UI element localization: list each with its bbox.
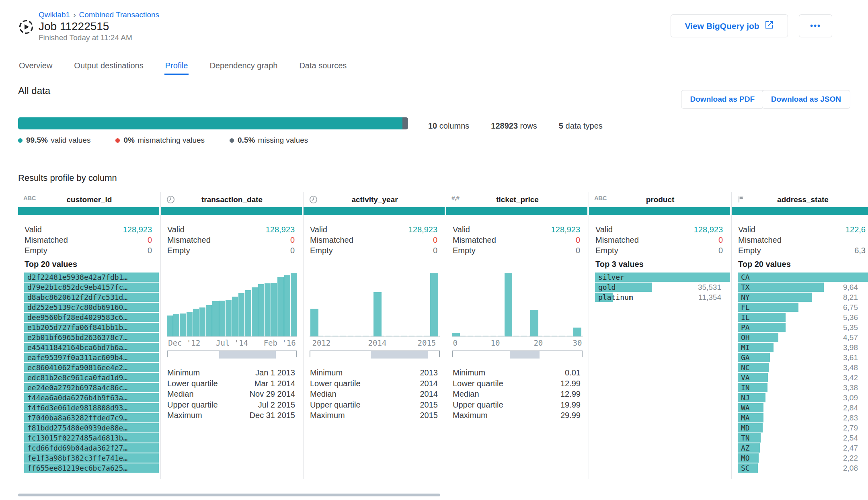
value-row[interactable]: NY8,21 <box>738 293 868 302</box>
slider-brush[interactable] <box>371 351 428 359</box>
value-row[interactable]: VA3,42 <box>738 373 868 382</box>
value-row[interactable]: IL5,36 <box>738 313 868 322</box>
histogram-bar[interactable] <box>291 273 297 336</box>
value-row[interactable]: PA5,35 <box>738 323 868 332</box>
histogram-bar[interactable] <box>310 309 318 336</box>
download-json-button[interactable]: Download as JSON <box>762 90 850 109</box>
value-row[interactable]: platinum11,354 <box>595 293 730 302</box>
value-row[interactable]: IN3,38 <box>738 383 868 392</box>
value-row[interactable]: MO2,22 <box>738 453 868 463</box>
value-row[interactable]: eafe95397f0a311ac609b4… <box>24 353 159 362</box>
histogram-bar[interactable] <box>252 287 258 336</box>
value-row[interactable]: TN2,54 <box>738 433 868 443</box>
range-slider[interactable] <box>310 350 440 360</box>
value-row[interactable]: gold35,531 <box>595 283 730 292</box>
dataset-stat-rows: 128923 rows <box>491 121 537 131</box>
value-row[interactable]: NC3,48 <box>738 363 868 372</box>
value-row[interactable]: e2b01bf6965bd2636378c7… <box>24 333 159 342</box>
tab-data-sources[interactable]: Data sources <box>298 56 347 75</box>
view-bigquery-job-button[interactable]: View BigQuery job <box>671 14 788 37</box>
value-row[interactable]: NJ3,09 <box>738 393 868 402</box>
histogram-bar[interactable] <box>232 297 238 336</box>
value-row[interactable]: e45411842164bca6bd7b6a… <box>24 343 159 352</box>
more-actions-button[interactable]: ••• <box>799 14 832 37</box>
tab-bar: OverviewOutput destinationsProfileDepend… <box>0 56 868 75</box>
histogram-bar[interactable] <box>226 300 232 336</box>
stat-row-valid: Valid128,923 <box>167 224 295 235</box>
value-row[interactable]: TX9,64 <box>738 283 868 292</box>
tab-overview[interactable]: Overview <box>18 56 53 75</box>
legend-item: 0.5% missing values <box>230 136 308 145</box>
value-row[interactable]: CA <box>738 273 868 282</box>
tab-profile[interactable]: Profile <box>164 56 189 75</box>
value-row[interactable]: d2f22481e5938e42a7fdb1… <box>24 273 159 282</box>
download-pdf-button[interactable]: Download as PDF <box>681 90 764 109</box>
histogram-bar[interactable] <box>245 290 251 336</box>
histogram-bar[interactable] <box>277 277 283 336</box>
value-row[interactable]: MA2,83 <box>738 413 868 422</box>
value-row[interactable]: d79e2b1c852dc9eb4157fc… <box>24 283 159 292</box>
value-row[interactable]: f81bdd275480e0939de88e… <box>24 423 159 432</box>
value-row[interactable]: GA3,61 <box>738 353 868 362</box>
histogram-bar[interactable] <box>199 307 205 336</box>
value-count: 3,98 <box>843 343 858 352</box>
histogram-bar[interactable] <box>271 283 277 336</box>
histogram-bar[interactable] <box>187 312 193 336</box>
range-slider[interactable] <box>452 350 583 360</box>
histogram-bar[interactable] <box>265 283 271 336</box>
tab-dependency-graph[interactable]: Dependency graph <box>209 56 278 75</box>
value-row[interactable]: WA2,84 <box>738 403 868 412</box>
histogram-bar[interactable] <box>530 310 538 336</box>
histogram-bar[interactable] <box>238 293 244 336</box>
summary-stat-row: MedianNov 29 2014 <box>167 389 295 400</box>
histogram-bar[interactable] <box>206 305 212 337</box>
value-row[interactable]: OH4,57 <box>738 333 868 342</box>
tab-output-destinations[interactable]: Output destinations <box>73 56 144 75</box>
value-row[interactable]: fcd66fdd69b04ada362f27… <box>24 443 159 453</box>
histogram-bar[interactable] <box>180 314 186 336</box>
value-row[interactable]: ff655ee81219ec6bc7a625… <box>24 463 159 473</box>
value-row[interactable]: ec86041062fa90816ee4e2… <box>24 363 159 372</box>
slider-brush[interactable] <box>510 351 540 359</box>
value-row[interactable]: f4f6d3e061de9818808d93… <box>24 403 159 412</box>
histogram-bar[interactable] <box>212 301 218 336</box>
histogram-bar[interactable] <box>505 273 512 336</box>
value-row[interactable]: fe1f3a98bf382c3ffe741e… <box>24 453 159 463</box>
value-label: platinum <box>598 293 633 301</box>
value-label: IN <box>741 383 750 392</box>
value-row[interactable]: ee24e0a2792b6978a4c86c… <box>24 383 159 392</box>
value-row[interactable]: AZ2,47 <box>738 443 868 453</box>
value-row[interactable]: d8abc8620612f2df7c531d… <box>24 293 159 302</box>
value-row[interactable]: edc81b2e8c961ca0fad1d9… <box>24 373 159 382</box>
slider-brush[interactable] <box>219 351 276 359</box>
histogram-bar[interactable] <box>284 275 290 336</box>
histogram-bar[interactable] <box>193 309 199 336</box>
value-row[interactable]: e1b205d727fa06f841bb1b… <box>24 323 159 332</box>
histogram-bar[interactable] <box>167 316 173 336</box>
value-count: 2,22 <box>843 454 858 463</box>
legend-dot <box>115 138 120 143</box>
breadcrumb-flow-link[interactable]: Qwiklab1 <box>39 10 70 19</box>
breadcrumb-dataset-link[interactable]: Combined Transactions <box>79 10 159 19</box>
value-row[interactable]: f44ea6a0da6276b4b9f63a… <box>24 393 159 402</box>
value-row[interactable]: f7040ba8a63282ffded7c9… <box>24 413 159 422</box>
histogram-bar[interactable] <box>258 284 264 336</box>
histogram-bar[interactable] <box>219 301 225 336</box>
histogram-bar[interactable] <box>452 333 460 336</box>
value-row[interactable]: FL6,75 <box>738 303 868 312</box>
value-row[interactable]: MD2,79 <box>738 423 868 432</box>
histogram-bar[interactable] <box>373 292 382 336</box>
horizontal-scrollbar-thumb[interactable] <box>18 494 440 496</box>
value-row[interactable]: MI3,98 <box>738 343 868 352</box>
value-count: 2,79 <box>843 424 858 432</box>
histogram-bar[interactable] <box>573 328 581 336</box>
value-row[interactable]: silver <box>595 273 730 282</box>
range-slider[interactable] <box>167 350 297 360</box>
value-row[interactable]: dd252e5139c7c80db69160… <box>24 303 159 312</box>
value-label: gold <box>598 283 616 291</box>
histogram-bar[interactable] <box>173 314 179 336</box>
value-row[interactable]: dee9560bf28ed4029583c6… <box>24 313 159 322</box>
histogram-bar[interactable] <box>430 273 438 336</box>
value-row[interactable]: SC2,08 <box>738 463 868 473</box>
value-row[interactable]: fc13015f0227485a46813b… <box>24 433 159 443</box>
